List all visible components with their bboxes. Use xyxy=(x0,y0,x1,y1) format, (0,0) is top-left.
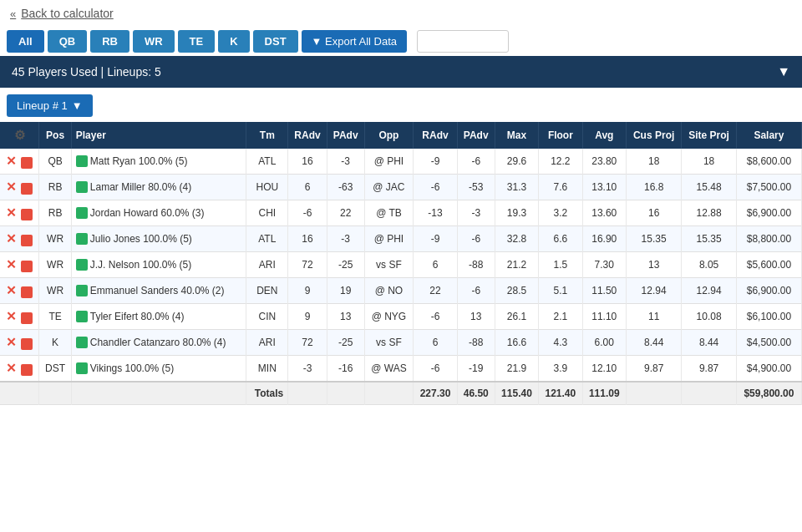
padv1-cell: -16 xyxy=(327,356,364,383)
col-radv2: RAdv xyxy=(414,122,457,149)
radv2-cell: -6 xyxy=(414,304,457,330)
radv1-cell: 16 xyxy=(288,226,327,252)
cus-proj-cell: 16.8 xyxy=(626,175,681,200)
pos-filter-qb[interactable]: QB xyxy=(48,30,88,53)
export-all-data-button[interactable]: ▼ Export All Data xyxy=(302,30,407,53)
lock-icon[interactable] xyxy=(21,364,33,376)
remove-player-button[interactable]: ✕ xyxy=(4,205,18,220)
remove-player-button[interactable]: ✕ xyxy=(4,309,18,324)
lineup-dropdown-button[interactable]: Lineup # 1 ▼ xyxy=(7,94,93,117)
opp-cell: @ NYG xyxy=(364,304,414,330)
pos-filter-rb[interactable]: RB xyxy=(90,30,129,53)
radv2-cell: -9 xyxy=(414,149,457,175)
remove-player-button[interactable]: ✕ xyxy=(4,180,18,195)
avg-cell: 11.50 xyxy=(582,278,626,304)
col-radv1: RAdv xyxy=(288,122,327,149)
table-row: ✕ DST Vikings 100.0% (5) MIN -3 -16 @ WA… xyxy=(0,356,802,383)
remove-player-button[interactable]: ✕ xyxy=(4,257,18,272)
totals-row: Totals 227.30 46.50 115.40 121.40 111.09… xyxy=(0,382,802,405)
padv1-cell: 22 xyxy=(327,200,364,226)
avg-cell: 23.80 xyxy=(582,149,626,175)
player-icon xyxy=(76,285,88,296)
max-cell: 32.8 xyxy=(495,226,538,252)
totals-empty1 xyxy=(0,382,39,405)
totals-empty3 xyxy=(71,382,246,405)
padv2-cell: 13 xyxy=(457,304,495,330)
remove-player-button[interactable]: ✕ xyxy=(4,361,18,376)
player-icon xyxy=(76,337,88,348)
pos-filter-k[interactable]: K xyxy=(218,30,249,53)
pos-cell: RB xyxy=(39,175,71,200)
pos-filter-all[interactable]: All xyxy=(7,30,44,53)
avg-cell: 13.10 xyxy=(582,175,626,200)
radv1-cell: 9 xyxy=(288,304,327,330)
pos-filter-te[interactable]: TE xyxy=(178,30,216,53)
radv2-cell: 22 xyxy=(414,278,457,304)
lock-icon[interactable] xyxy=(21,338,33,350)
table-row: ✕ RB Lamar Miller 80.0% (4) HOU 6 -63 @ … xyxy=(0,175,802,200)
lock-icon[interactable] xyxy=(21,157,33,169)
col-player: Player xyxy=(71,122,246,149)
pos-filter-dst[interactable]: DST xyxy=(253,30,298,53)
radv2-cell: 6 xyxy=(414,330,457,356)
padv1-cell: -3 xyxy=(327,226,364,252)
tm-cell: MIN xyxy=(246,356,288,383)
salary-cell: $5,600.00 xyxy=(736,252,801,278)
salary-cell: $4,900.00 xyxy=(736,356,801,383)
site-proj-cell: 8.44 xyxy=(682,330,737,356)
salary-cell: $4,500.00 xyxy=(736,330,801,356)
lock-icon[interactable] xyxy=(21,312,33,324)
tm-cell: CIN xyxy=(246,304,288,330)
max-cell: 21.2 xyxy=(495,252,538,278)
col-settings: ⚙ xyxy=(0,122,39,149)
cus-proj-cell: 16 xyxy=(626,200,681,226)
padv2-cell: -88 xyxy=(457,252,495,278)
col-opp: Opp xyxy=(364,122,414,149)
cus-proj-cell: 9.87 xyxy=(626,356,681,383)
padv2-cell: -6 xyxy=(457,149,495,175)
lock-icon[interactable] xyxy=(21,235,33,246)
col-pos: Pos xyxy=(39,122,71,149)
lock-icon[interactable] xyxy=(21,286,33,298)
remove-player-button[interactable]: ✕ xyxy=(4,335,18,350)
remove-cell: ✕ xyxy=(0,278,39,304)
table-header-row: ⚙ Pos Player Tm RAdv PAdv Opp RAdv PAdv … xyxy=(0,122,802,149)
back-to-calculator-link[interactable]: « Back to calculator xyxy=(0,0,802,27)
player-name-cell: Lamar Miller 80.0% (4) xyxy=(71,175,246,200)
pos-cell: WR xyxy=(39,278,71,304)
search-input[interactable] xyxy=(417,30,509,53)
totals-padv2: 46.50 xyxy=(457,382,495,405)
lock-icon[interactable] xyxy=(21,209,33,220)
tm-cell: ARI xyxy=(246,330,288,356)
table-row: ✕ WR Julio Jones 100.0% (5) ATL 16 -3 @ … xyxy=(0,226,802,252)
site-proj-cell: 15.48 xyxy=(682,175,737,200)
radv2-cell: -6 xyxy=(414,356,457,383)
player-name-cell: Matt Ryan 100.0% (5) xyxy=(71,149,246,175)
padv2-cell: -19 xyxy=(457,356,495,383)
radv1-cell: 6 xyxy=(288,175,327,200)
summary-bar: 45 Players Used | Lineups: 5 ▼ xyxy=(0,56,802,88)
opp-cell: vs SF xyxy=(364,330,414,356)
pos-cell: QB xyxy=(39,149,71,175)
pos-cell: WR xyxy=(39,226,71,252)
avg-cell: 12.10 xyxy=(582,356,626,383)
summary-chevron-icon[interactable]: ▼ xyxy=(777,64,790,79)
padv2-cell: -3 xyxy=(457,200,495,226)
opp-cell: @ PHI xyxy=(364,226,414,252)
pos-filter-wr[interactable]: WR xyxy=(133,30,175,53)
remove-player-button[interactable]: ✕ xyxy=(4,283,18,298)
lock-icon[interactable] xyxy=(21,261,33,272)
cus-proj-cell: 15.35 xyxy=(626,226,681,252)
settings-icon[interactable]: ⚙ xyxy=(14,128,25,143)
padv1-cell: -25 xyxy=(327,252,364,278)
remove-player-button[interactable]: ✕ xyxy=(4,231,18,246)
radv1-cell: 9 xyxy=(288,278,327,304)
max-cell: 16.6 xyxy=(495,330,538,356)
toolbar: All QB RB WR TE K DST ▼ Export All Data xyxy=(0,27,802,56)
floor-cell: 12.2 xyxy=(539,149,582,175)
player-icon xyxy=(76,362,88,374)
table-row: ✕ QB Matt Ryan 100.0% (5) ATL 16 -3 @ PH… xyxy=(0,149,802,175)
lock-icon[interactable] xyxy=(21,183,33,195)
site-proj-cell: 9.87 xyxy=(682,356,737,383)
remove-player-button[interactable]: ✕ xyxy=(4,154,18,169)
